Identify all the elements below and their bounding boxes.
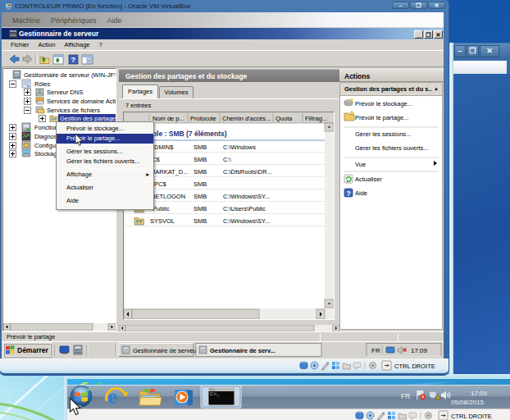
svg-text:Chemin d'accès...: Chemin d'accès... [222, 115, 271, 122]
svg-text:Quota: Quota [275, 115, 293, 122]
svg-text:Serveur DNS: Serveur DNS [47, 89, 83, 96]
svg-text:?: ? [71, 56, 76, 64]
svg-text:05/08/2015: 05/08/2015 [451, 399, 485, 406]
svg-text:NETLOGON: NETLOGON [151, 193, 185, 200]
svg-text:C:\>_: C:\>_ [210, 392, 219, 396]
svg-text:C:\...: C:\... [210, 388, 216, 391]
svg-text:SMB: SMB [194, 144, 207, 151]
svg-text:FR: FR [401, 392, 410, 400]
svg-text:Protocole: Protocole [190, 115, 216, 122]
svg-text:Vue: Vue [355, 161, 366, 168]
svg-text:Gestionnaire de serveur: Gestionnaire de serveur [133, 347, 199, 354]
svg-text:SYSVOL: SYSVOL [150, 217, 175, 225]
svg-text:Gérer les fichiers ouverts...: Gérer les fichiers ouverts... [355, 144, 429, 152]
svg-text:SMB: SMB [194, 217, 207, 225]
svg-text:Public: Public [153, 205, 170, 212]
svg-text:17:09: 17:09 [411, 347, 428, 354]
svg-text:17:09: 17:09 [471, 390, 488, 397]
svg-text:C:\DfsRoots\DR...: C:\DfsRoots\DR... [223, 168, 272, 176]
svg-text:Filtrag...: Filtrag... [305, 115, 327, 122]
svg-text:IPC$: IPC$ [153, 180, 167, 188]
svg-text:Démarrer: Démarrer [17, 346, 48, 354]
svg-text:SMB: SMB [194, 205, 207, 212]
svg-text:MARKAT_D...: MARKAT_D... [150, 168, 189, 176]
svg-text:CTRL DROITE: CTRL DROITE [394, 363, 435, 370]
svg-text:SMB: SMB [194, 156, 207, 163]
svg-text:C:\Users\Public: C:\Users\Public [223, 205, 266, 212]
svg-text:?: ? [347, 189, 351, 198]
svg-text:C:\Windows\SY...: C:\Windows\SY... [223, 193, 270, 200]
svg-text:Services de domaine Active D: Services de domaine Active D [47, 98, 116, 105]
svg-text:C:\Windows: C:\Windows [223, 144, 256, 151]
svg-text:SMB: SMB [194, 168, 207, 176]
svg-text:Prévoir le partage...: Prévoir le partage... [355, 114, 408, 121]
svg-text:Services de fichiers: Services de fichiers [47, 107, 100, 114]
svg-text:Prévoir le stockage...: Prévoir le stockage... [355, 100, 412, 107]
svg-text:C:\: C:\ [223, 156, 232, 163]
svg-text:Aide: Aide [355, 189, 367, 197]
svg-text:Gestionnaire de serveur (WIN-J: Gestionnaire de serveur (WIN-JFY7S [24, 71, 116, 79]
svg-text:Rôles: Rôles [34, 80, 50, 88]
svg-text:Nom de p...: Nom de p... [153, 115, 184, 122]
svg-text:Gestionnaire de serv...: Gestionnaire de serv... [210, 347, 275, 354]
svg-text:SMB: SMB [194, 193, 207, 200]
svg-text:SMB: SMB [194, 180, 207, 188]
svg-text:FR: FR [371, 347, 380, 354]
svg-text:Gérer les sessions...: Gérer les sessions... [355, 130, 411, 138]
svg-text:CTRL DROITE: CTRL DROITE [451, 413, 492, 420]
svg-text:C:\Windows\SY...: C:\Windows\SY... [223, 217, 270, 225]
svg-text:Actualiser: Actualiser [355, 176, 382, 183]
